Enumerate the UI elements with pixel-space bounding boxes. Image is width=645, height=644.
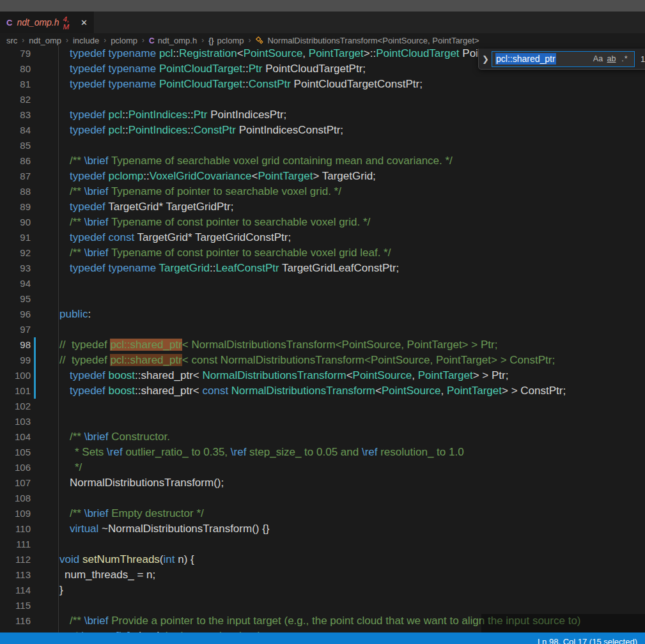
line-number[interactable]: 114 (0, 583, 31, 598)
code-line[interactable]: 108 (0, 491, 645, 506)
line-number[interactable]: 103 (0, 414, 31, 429)
code-line[interactable]: 86/** \brief Typename of searchable voxe… (0, 153, 645, 169)
line-number[interactable]: 106 (0, 460, 31, 475)
code-line[interactable]: 89typedef TargetGrid* TargetGridPtr; (0, 199, 645, 215)
line-number[interactable]: 95 (0, 291, 31, 307)
code-line[interactable]: 100typedef boost::shared_ptr< NormalDist… (0, 368, 645, 383)
overlay-shadow (481, 614, 645, 632)
line-number[interactable]: 82 (0, 92, 31, 107)
line-number[interactable]: 115 (0, 598, 31, 613)
line-number[interactable]: 85 (0, 138, 31, 153)
code-line[interactable]: 96public: (0, 307, 645, 322)
tab-close-icon[interactable]: ✕ (81, 18, 88, 27)
line-number[interactable]: 107 (0, 475, 31, 491)
code-line[interactable]: 87typedef pclomp::VoxelGridCovariance<Po… (0, 169, 645, 184)
code-line[interactable]: 92/** \brief Typename of const pointer t… (0, 245, 645, 261)
code-line[interactable]: 107NormalDistributionsTransform(); (0, 475, 645, 491)
code-line[interactable]: 93typedef typename TargetGrid::LeafConst… (0, 261, 645, 276)
line-number[interactable]: 101 (0, 383, 31, 399)
line-number[interactable]: 87 (0, 169, 31, 184)
code-line[interactable]: 90/** \brief Typename of const pointer t… (0, 215, 645, 230)
regex-button[interactable]: .* (618, 54, 632, 63)
find-expand-chevron-icon[interactable]: ❯ (482, 54, 492, 64)
line-number[interactable]: 100 (0, 368, 31, 383)
code-line[interactable]: 91typedef const TargetGrid* TargetGridCo… (0, 230, 645, 245)
breadcrumb-item[interactable]: Cndt_omp.h (149, 36, 197, 45)
code-line[interactable]: 104/** \brief Constructor. (0, 429, 645, 445)
breadcrumb-item[interactable]: src (6, 36, 17, 45)
breadcrumb-item[interactable]: include (73, 36, 99, 45)
line-number[interactable]: 116 (0, 613, 31, 629)
c-language-icon: C (6, 18, 12, 27)
line-number[interactable]: 86 (0, 153, 31, 169)
whole-word-button[interactable]: ab (605, 54, 618, 63)
breadcrumb-item[interactable]: ndt_omp (29, 36, 61, 45)
code-line[interactable]: 105* Sets \ref outlier_ratio_ to 0.35, \… (0, 445, 645, 460)
line-number[interactable]: 97 (0, 322, 31, 337)
line-number[interactable]: 105 (0, 445, 31, 460)
code-text: typedef typename PointCloudTarget::Ptr P… (38, 61, 366, 77)
code-line[interactable]: 85 (0, 138, 645, 153)
code-line[interactable]: 84typedef pcl::PointIndices::ConstPtr Po… (0, 123, 645, 138)
breadcrumb-separator-icon: › (66, 36, 68, 45)
line-number[interactable]: 79 (0, 46, 31, 61)
code-line[interactable]: 99// typedef pcl::shared_ptr< const Norm… (0, 353, 645, 368)
code-line[interactable]: 101typedef boost::shared_ptr< const Norm… (0, 383, 645, 399)
line-number[interactable]: 83 (0, 107, 31, 123)
breadcrumb-item[interactable]: NormalDistributionsTransform<PointSource… (255, 36, 479, 45)
line-number[interactable]: 102 (0, 399, 31, 414)
code-line[interactable]: 83typedef pcl::PointIndices::Ptr PointIn… (0, 107, 645, 123)
line-number[interactable]: 80 (0, 61, 31, 77)
match-case-button[interactable]: Aa (591, 54, 605, 63)
code-text: typedef typename TargetGrid::LeafConstPt… (38, 261, 399, 276)
line-number[interactable]: 98 (0, 337, 31, 353)
code-text: typedef typename pcl::Registration<Point… (38, 46, 548, 61)
line-number[interactable]: 99 (0, 353, 31, 368)
line-number[interactable]: 91 (0, 230, 31, 245)
breadcrumb-item[interactable]: pclomp (111, 36, 137, 45)
code-line[interactable]: 103 (0, 414, 645, 429)
code-line[interactable]: 82 (0, 92, 645, 107)
line-number[interactable]: 94 (0, 276, 31, 291)
code-line[interactable]: 95 (0, 291, 645, 307)
line-number[interactable]: 108 (0, 491, 31, 506)
code-line[interactable]: 111 (0, 537, 645, 552)
code-line[interactable]: 106*/ (0, 460, 645, 475)
code-line[interactable]: 115 (0, 598, 645, 613)
code-line[interactable]: 97 (0, 322, 645, 337)
line-number[interactable]: 110 (0, 521, 31, 537)
line-number[interactable]: 81 (0, 77, 31, 92)
line-number[interactable]: 112 (0, 552, 31, 567)
line-number[interactable]: 113 (0, 567, 31, 583)
line-number[interactable]: 109 (0, 506, 31, 521)
line-number[interactable]: 89 (0, 199, 31, 215)
line-number[interactable]: 88 (0, 184, 31, 199)
breadcrumb-item[interactable]: {}pclomp (208, 36, 244, 45)
line-number[interactable]: 96 (0, 307, 31, 322)
code-text: } (38, 583, 63, 598)
tab-ndt-omp-h[interactable]: C ndt_omp.h 4, M ✕ (0, 12, 95, 33)
line-number[interactable]: 90 (0, 215, 31, 230)
line-number[interactable]: 92 (0, 245, 31, 261)
git-modified-indicator[interactable] (34, 353, 36, 368)
code-line[interactable]: 113num_threads_ = n; (0, 567, 645, 583)
code-line[interactable]: 98// typedef pcl::shared_ptr< NormalDist… (0, 337, 645, 353)
code-line[interactable]: 110virtual ~NormalDistributionsTransform… (0, 521, 645, 537)
code-line[interactable]: 94 (0, 276, 645, 291)
git-modified-indicator[interactable] (34, 337, 36, 353)
code-line[interactable]: 112void setNumThreads(int n) { (0, 552, 645, 567)
code-line[interactable]: 109/** \brief Empty destructor */ (0, 506, 645, 521)
line-number[interactable]: 93 (0, 261, 31, 276)
code-text: typedef pclomp::VoxelGridCovariance<Poin… (38, 169, 376, 184)
line-number[interactable]: 111 (0, 537, 31, 552)
git-modified-indicator[interactable] (34, 368, 36, 383)
line-number[interactable]: 104 (0, 429, 31, 445)
code-line[interactable]: 81typedef typename PointCloudTarget::Con… (0, 77, 645, 92)
find-input[interactable]: pcl::shared_ptr Aa ab .* (492, 51, 635, 67)
code-line[interactable]: 114} (0, 583, 645, 598)
code-line[interactable]: 88/** \brief Typename of pointer to sear… (0, 184, 645, 199)
status-cursor-position[interactable]: Ln 98, Col 17 (15 selected) (538, 637, 645, 644)
git-modified-indicator[interactable] (34, 383, 36, 399)
line-number[interactable]: 84 (0, 123, 31, 138)
code-line[interactable]: 102 (0, 399, 645, 414)
